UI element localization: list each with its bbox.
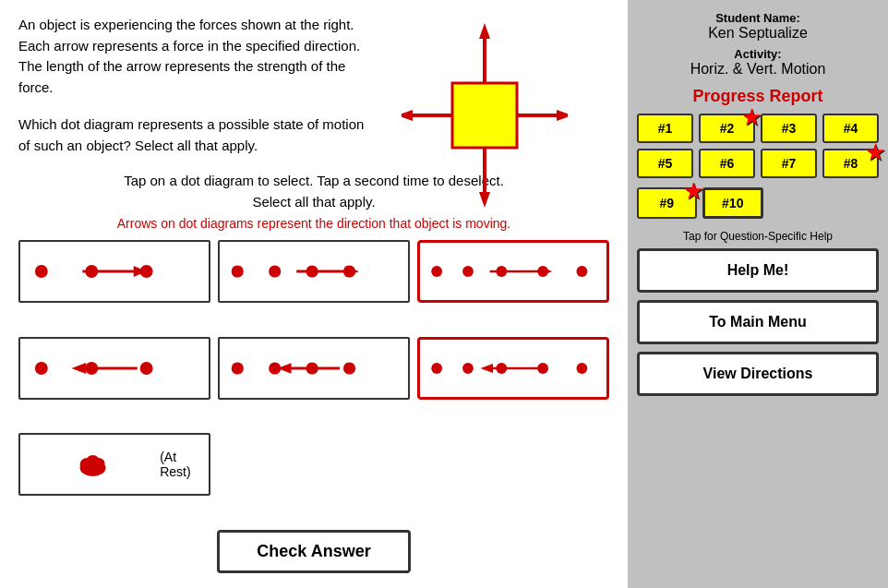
svg-point-35 [343, 362, 355, 374]
check-answer-button[interactable]: Check Answer [217, 530, 410, 573]
svg-point-24 [576, 266, 587, 277]
svg-marker-6 [402, 110, 413, 121]
progress-btn-10[interactable]: #10 [702, 187, 764, 219]
progress-title: Progress Report [692, 87, 822, 106]
question-text-2: Which dot diagram represents a possible … [18, 114, 369, 156]
progress-btn-7[interactable]: #7 [761, 149, 817, 178]
dot-svg-1 [28, 253, 201, 290]
activity-label: Activity: [734, 47, 781, 61]
dot-svg-6 [427, 350, 599, 387]
right-panel: Student Name: Ken Septualize Activity: H… [628, 0, 888, 588]
star-icon-9: ★ [684, 180, 702, 204]
svg-marker-2 [479, 23, 490, 39]
help-note: Tap for Question-Specific Help [683, 230, 833, 243]
dot-svg-3 [427, 253, 599, 290]
svg-marker-44 [480, 364, 493, 373]
svg-point-20 [431, 266, 442, 277]
question-area: An object is experiencing the forces sho… [18, 15, 609, 156]
svg-point-14 [232, 265, 244, 277]
svg-marker-4 [479, 192, 490, 208]
svg-point-29 [140, 362, 153, 375]
progress-btn-1[interactable]: #1 [637, 114, 693, 143]
svg-point-32 [232, 362, 244, 374]
progress-btn-9[interactable]: #9 ★ [637, 187, 697, 219]
svg-marker-8 [557, 110, 568, 121]
progress-grid-row3: #9 ★ #10 [637, 187, 879, 219]
dot-diagram-2[interactable] [218, 240, 410, 303]
force-diagram-svg [402, 18, 568, 212]
star-icon-8: ★ [866, 141, 884, 165]
svg-point-42 [576, 363, 587, 374]
at-rest-label: (At Rest) [160, 450, 198, 479]
svg-point-27 [35, 362, 48, 375]
question-text-block: An object is experiencing the forces sho… [18, 15, 369, 156]
svg-point-21 [462, 266, 474, 277]
help-me-button[interactable]: Help Me! [637, 248, 879, 293]
dot-svg-5 [227, 350, 401, 387]
main-menu-button[interactable]: To Main Menu [637, 300, 879, 344]
progress-btn-6[interactable]: #6 [699, 149, 755, 178]
dot-diagram-grid: (At Rest) [18, 240, 609, 522]
dot-diagram-4[interactable] [18, 337, 210, 400]
dot-svg-4 [28, 350, 201, 387]
dot-svg-2 [227, 253, 401, 290]
svg-point-38 [431, 363, 442, 374]
progress-btn-3[interactable]: #3 [761, 114, 817, 143]
left-panel: An object is experiencing the forces sho… [0, 0, 628, 588]
at-rest-icon [31, 446, 154, 483]
student-name-label: Student Name: [715, 11, 800, 25]
dot-diagram-3[interactable] [417, 240, 609, 303]
progress-btn-2[interactable]: #2 ★ [699, 114, 755, 143]
svg-point-39 [462, 363, 474, 374]
dot-diagram-7[interactable]: (At Rest) [18, 433, 210, 496]
progress-grid-row2: #5 #6 #7 #8 ★ [637, 149, 879, 178]
view-directions-button[interactable]: View Directions [637, 352, 879, 396]
student-name: Ken Septualize [708, 25, 808, 42]
progress-grid-row1: #1 #2 ★ #3 #4 [637, 114, 879, 143]
svg-marker-31 [71, 363, 86, 374]
progress-btn-4[interactable]: #4 [822, 114, 879, 143]
dot-diagram-6[interactable] [417, 337, 609, 400]
svg-rect-0 [452, 83, 517, 148]
question-text-1: An object is experiencing the forces sho… [18, 15, 369, 98]
activity-name: Horiz. & Vert. Motion [690, 61, 826, 78]
svg-point-48 [87, 455, 100, 466]
force-diagram-area [369, 9, 600, 222]
dot-diagram-1[interactable] [18, 240, 210, 303]
dot-diagram-5[interactable] [218, 337, 410, 400]
svg-point-9 [35, 265, 48, 278]
progress-btn-5[interactable]: #5 [637, 149, 693, 178]
progress-btn-8[interactable]: #8 ★ [822, 149, 879, 178]
star-icon-2: ★ [742, 106, 761, 130]
check-answer-area: Check Answer [18, 530, 609, 573]
svg-point-15 [269, 265, 281, 277]
